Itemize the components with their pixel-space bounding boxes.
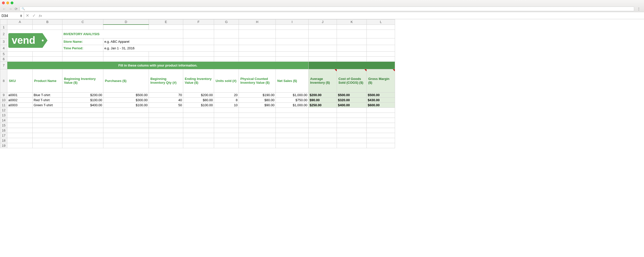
row-header[interactable]: 6 bbox=[0, 56, 7, 61]
store-name-label[interactable]: Store Name: bbox=[62, 38, 103, 45]
row-header[interactable]: 17 bbox=[0, 133, 7, 138]
cell[interactable] bbox=[367, 45, 395, 51]
window-maximize-button[interactable] bbox=[11, 2, 13, 4]
cancel-formula-button[interactable]: ✕ bbox=[24, 13, 31, 18]
cell[interactable] bbox=[239, 133, 276, 138]
row-header[interactable]: 3 bbox=[0, 38, 7, 45]
name-box-dropdown-icon[interactable]: ▲▼ bbox=[20, 14, 22, 17]
cell-purchases[interactable]: $500.00 bbox=[103, 92, 149, 97]
cell[interactable] bbox=[239, 138, 276, 143]
name-box[interactable]: D34 ▲▼ bbox=[0, 12, 24, 19]
cell[interactable] bbox=[149, 133, 183, 138]
cell-cogs[interactable]: $400.00 bbox=[337, 102, 367, 108]
cell-phys[interactable]: $80.00 bbox=[239, 97, 276, 102]
url-input[interactable] bbox=[27, 7, 632, 10]
cell-gm[interactable]: $430.00 bbox=[367, 97, 395, 102]
cell[interactable] bbox=[276, 128, 309, 133]
cell[interactable] bbox=[309, 30, 337, 38]
row-header[interactable]: 9 bbox=[0, 92, 7, 97]
cell[interactable] bbox=[183, 25, 214, 30]
row-header[interactable]: 14 bbox=[0, 118, 7, 123]
cell-beg-qty[interactable]: 50 bbox=[149, 102, 183, 108]
cell[interactable] bbox=[183, 143, 214, 148]
cell[interactable] bbox=[239, 123, 276, 128]
colhead-beg-inv-val[interactable]: Beginning Inventory Value ($) bbox=[62, 69, 103, 92]
cell[interactable] bbox=[214, 143, 239, 148]
cell[interactable] bbox=[62, 25, 103, 30]
cell-net[interactable]: $750.00 bbox=[276, 97, 309, 102]
cell[interactable] bbox=[62, 56, 103, 61]
cell[interactable] bbox=[62, 118, 103, 123]
cell[interactable] bbox=[309, 143, 337, 148]
cell[interactable] bbox=[337, 128, 367, 133]
cell[interactable] bbox=[239, 143, 276, 148]
col-header[interactable]: J bbox=[309, 19, 337, 25]
cell-avg[interactable]: $250.00 bbox=[309, 102, 337, 108]
cell[interactable] bbox=[214, 138, 239, 143]
cell[interactable] bbox=[33, 113, 62, 118]
cell[interactable] bbox=[337, 56, 367, 61]
cell[interactable] bbox=[214, 128, 239, 133]
cell[interactable] bbox=[276, 133, 309, 138]
window-minimize-button[interactable] bbox=[6, 2, 9, 4]
cell[interactable] bbox=[367, 38, 395, 45]
row-header[interactable]: 19 bbox=[0, 143, 7, 148]
colhead-units-sold[interactable]: Units sold (#) bbox=[214, 69, 239, 92]
cell[interactable] bbox=[367, 30, 395, 38]
cell[interactable] bbox=[7, 56, 33, 61]
page-title[interactable]: INVENTORY ANALYSIS bbox=[62, 30, 183, 38]
colhead-beg-inv-qty[interactable]: Beginning Inventory Qty (#) bbox=[149, 69, 183, 92]
cell-beg-val[interactable]: $100.00 bbox=[62, 97, 103, 102]
colhead-avg-inv[interactable]: Average Inventory ($) bbox=[309, 69, 337, 92]
logo-cell[interactable]: vend bbox=[7, 30, 62, 51]
row-header[interactable]: 4 bbox=[0, 45, 7, 51]
cell-units[interactable]: 8 bbox=[214, 97, 239, 102]
cell[interactable] bbox=[7, 133, 33, 138]
cell[interactable] bbox=[33, 118, 62, 123]
col-header[interactable]: K bbox=[337, 19, 367, 25]
cell[interactable] bbox=[7, 128, 33, 133]
reload-button[interactable]: ⟳ bbox=[14, 7, 18, 11]
cell[interactable] bbox=[309, 133, 337, 138]
cell[interactable] bbox=[276, 38, 309, 45]
cell[interactable] bbox=[103, 143, 149, 148]
cell[interactable] bbox=[149, 118, 183, 123]
colhead-gross-margin[interactable]: Gross Margin ($) bbox=[367, 69, 395, 92]
cell-sku[interactable]: a0001 bbox=[7, 92, 33, 97]
row-header[interactable]: 10 bbox=[0, 97, 7, 102]
cell[interactable] bbox=[103, 128, 149, 133]
cell[interactable] bbox=[276, 108, 309, 113]
cell[interactable] bbox=[337, 133, 367, 138]
cell[interactable] bbox=[149, 56, 183, 61]
accept-formula-button[interactable]: ✓ bbox=[31, 13, 37, 18]
cell[interactable] bbox=[103, 108, 149, 113]
row-header[interactable]: 12 bbox=[0, 108, 7, 113]
cell[interactable] bbox=[7, 113, 33, 118]
cell[interactable] bbox=[239, 113, 276, 118]
cell[interactable] bbox=[276, 113, 309, 118]
cell[interactable] bbox=[214, 38, 239, 45]
row-header[interactable]: 15 bbox=[0, 123, 7, 128]
cell[interactable] bbox=[239, 128, 276, 133]
colhead-end-inv-val[interactable]: Ending Inventory Value ($) bbox=[183, 69, 214, 92]
cell[interactable] bbox=[239, 51, 276, 56]
cell[interactable] bbox=[183, 118, 214, 123]
cell[interactable] bbox=[367, 128, 395, 133]
forward-button[interactable]: → bbox=[8, 7, 13, 11]
col-header[interactable]: A bbox=[7, 19, 33, 25]
cell[interactable] bbox=[33, 25, 62, 30]
cell-product-name[interactable]: Blue T-shirt bbox=[33, 92, 62, 97]
cell[interactable] bbox=[367, 56, 395, 61]
cell[interactable] bbox=[103, 133, 149, 138]
cell-sku[interactable]: a0003 bbox=[7, 102, 33, 108]
time-period-label[interactable]: Time Period: bbox=[62, 45, 103, 51]
cell[interactable] bbox=[103, 118, 149, 123]
cell[interactable] bbox=[239, 30, 276, 38]
cell[interactable] bbox=[276, 143, 309, 148]
back-button[interactable]: ← bbox=[2, 7, 7, 11]
cell[interactable] bbox=[33, 108, 62, 113]
cell[interactable] bbox=[7, 143, 33, 148]
cell[interactable] bbox=[183, 30, 214, 38]
colhead-net-sales[interactable]: Net Sales ($) bbox=[276, 69, 309, 92]
cell[interactable] bbox=[183, 56, 214, 61]
